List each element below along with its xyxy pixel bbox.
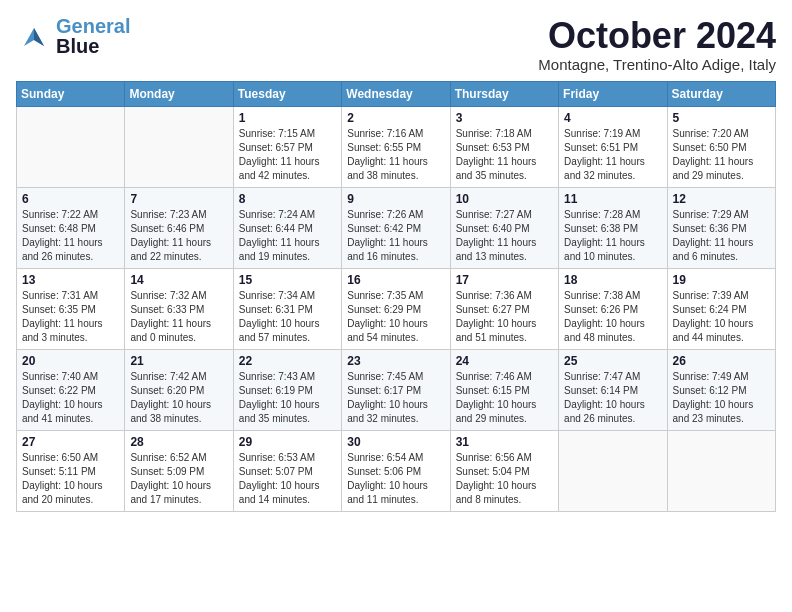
day-info: Sunrise: 7:28 AM Sunset: 6:38 PM Dayligh…	[564, 208, 661, 264]
calendar-cell: 13Sunrise: 7:31 AM Sunset: 6:35 PM Dayli…	[17, 268, 125, 349]
calendar-cell: 5Sunrise: 7:20 AM Sunset: 6:50 PM Daylig…	[667, 106, 775, 187]
day-info: Sunrise: 7:22 AM Sunset: 6:48 PM Dayligh…	[22, 208, 119, 264]
weekday-header-wednesday: Wednesday	[342, 81, 450, 106]
day-number: 21	[130, 354, 227, 368]
day-info: Sunrise: 7:26 AM Sunset: 6:42 PM Dayligh…	[347, 208, 444, 264]
calendar-cell: 4Sunrise: 7:19 AM Sunset: 6:51 PM Daylig…	[559, 106, 667, 187]
day-info: Sunrise: 7:46 AM Sunset: 6:15 PM Dayligh…	[456, 370, 553, 426]
day-number: 11	[564, 192, 661, 206]
day-number: 4	[564, 111, 661, 125]
day-info: Sunrise: 7:27 AM Sunset: 6:40 PM Dayligh…	[456, 208, 553, 264]
day-number: 2	[347, 111, 444, 125]
day-number: 23	[347, 354, 444, 368]
calendar-cell	[667, 430, 775, 511]
calendar-cell: 24Sunrise: 7:46 AM Sunset: 6:15 PM Dayli…	[450, 349, 558, 430]
day-number: 12	[673, 192, 770, 206]
day-number: 18	[564, 273, 661, 287]
weekday-header-sunday: Sunday	[17, 81, 125, 106]
day-info: Sunrise: 7:20 AM Sunset: 6:50 PM Dayligh…	[673, 127, 770, 183]
day-number: 20	[22, 354, 119, 368]
calendar-cell	[559, 430, 667, 511]
day-info: Sunrise: 7:40 AM Sunset: 6:22 PM Dayligh…	[22, 370, 119, 426]
day-number: 13	[22, 273, 119, 287]
day-number: 22	[239, 354, 336, 368]
day-info: Sunrise: 7:15 AM Sunset: 6:57 PM Dayligh…	[239, 127, 336, 183]
logo: GeneralBlue	[16, 16, 130, 56]
weekday-header-row: SundayMondayTuesdayWednesdayThursdayFrid…	[17, 81, 776, 106]
general-blue-logo-icon	[16, 18, 52, 54]
day-info: Sunrise: 7:16 AM Sunset: 6:55 PM Dayligh…	[347, 127, 444, 183]
day-number: 24	[456, 354, 553, 368]
weekday-header-friday: Friday	[559, 81, 667, 106]
day-info: Sunrise: 7:24 AM Sunset: 6:44 PM Dayligh…	[239, 208, 336, 264]
calendar-cell: 14Sunrise: 7:32 AM Sunset: 6:33 PM Dayli…	[125, 268, 233, 349]
day-number: 15	[239, 273, 336, 287]
calendar-cell: 18Sunrise: 7:38 AM Sunset: 6:26 PM Dayli…	[559, 268, 667, 349]
day-info: Sunrise: 7:19 AM Sunset: 6:51 PM Dayligh…	[564, 127, 661, 183]
calendar-cell: 23Sunrise: 7:45 AM Sunset: 6:17 PM Dayli…	[342, 349, 450, 430]
logo-text: GeneralBlue	[56, 16, 130, 56]
calendar-cell: 31Sunrise: 6:56 AM Sunset: 5:04 PM Dayli…	[450, 430, 558, 511]
calendar-cell: 7Sunrise: 7:23 AM Sunset: 6:46 PM Daylig…	[125, 187, 233, 268]
day-number: 26	[673, 354, 770, 368]
calendar-cell: 27Sunrise: 6:50 AM Sunset: 5:11 PM Dayli…	[17, 430, 125, 511]
day-number: 29	[239, 435, 336, 449]
day-number: 7	[130, 192, 227, 206]
day-info: Sunrise: 7:18 AM Sunset: 6:53 PM Dayligh…	[456, 127, 553, 183]
day-info: Sunrise: 7:39 AM Sunset: 6:24 PM Dayligh…	[673, 289, 770, 345]
week-row-1: 1Sunrise: 7:15 AM Sunset: 6:57 PM Daylig…	[17, 106, 776, 187]
week-row-4: 20Sunrise: 7:40 AM Sunset: 6:22 PM Dayli…	[17, 349, 776, 430]
calendar-cell: 17Sunrise: 7:36 AM Sunset: 6:27 PM Dayli…	[450, 268, 558, 349]
week-row-2: 6Sunrise: 7:22 AM Sunset: 6:48 PM Daylig…	[17, 187, 776, 268]
calendar-cell	[125, 106, 233, 187]
weekday-header-monday: Monday	[125, 81, 233, 106]
day-info: Sunrise: 7:49 AM Sunset: 6:12 PM Dayligh…	[673, 370, 770, 426]
day-info: Sunrise: 7:45 AM Sunset: 6:17 PM Dayligh…	[347, 370, 444, 426]
day-info: Sunrise: 6:50 AM Sunset: 5:11 PM Dayligh…	[22, 451, 119, 507]
weekday-header-thursday: Thursday	[450, 81, 558, 106]
calendar-cell: 3Sunrise: 7:18 AM Sunset: 6:53 PM Daylig…	[450, 106, 558, 187]
day-info: Sunrise: 6:53 AM Sunset: 5:07 PM Dayligh…	[239, 451, 336, 507]
calendar-cell: 25Sunrise: 7:47 AM Sunset: 6:14 PM Dayli…	[559, 349, 667, 430]
svg-marker-1	[34, 28, 44, 46]
calendar-cell: 19Sunrise: 7:39 AM Sunset: 6:24 PM Dayli…	[667, 268, 775, 349]
weekday-header-tuesday: Tuesday	[233, 81, 341, 106]
calendar-cell: 29Sunrise: 6:53 AM Sunset: 5:07 PM Dayli…	[233, 430, 341, 511]
day-info: Sunrise: 7:38 AM Sunset: 6:26 PM Dayligh…	[564, 289, 661, 345]
day-number: 3	[456, 111, 553, 125]
day-info: Sunrise: 7:23 AM Sunset: 6:46 PM Dayligh…	[130, 208, 227, 264]
calendar-cell: 16Sunrise: 7:35 AM Sunset: 6:29 PM Dayli…	[342, 268, 450, 349]
calendar-cell: 22Sunrise: 7:43 AM Sunset: 6:19 PM Dayli…	[233, 349, 341, 430]
weekday-header-saturday: Saturday	[667, 81, 775, 106]
day-info: Sunrise: 7:42 AM Sunset: 6:20 PM Dayligh…	[130, 370, 227, 426]
day-info: Sunrise: 6:52 AM Sunset: 5:09 PM Dayligh…	[130, 451, 227, 507]
day-number: 17	[456, 273, 553, 287]
calendar-table: SundayMondayTuesdayWednesdayThursdayFrid…	[16, 81, 776, 512]
day-number: 6	[22, 192, 119, 206]
title-block: October 2024 Montagne, Trentino-Alto Adi…	[538, 16, 776, 73]
calendar-cell: 10Sunrise: 7:27 AM Sunset: 6:40 PM Dayli…	[450, 187, 558, 268]
day-info: Sunrise: 6:54 AM Sunset: 5:06 PM Dayligh…	[347, 451, 444, 507]
week-row-3: 13Sunrise: 7:31 AM Sunset: 6:35 PM Dayli…	[17, 268, 776, 349]
page-header: GeneralBlue October 2024 Montagne, Trent…	[16, 16, 776, 73]
calendar-cell: 8Sunrise: 7:24 AM Sunset: 6:44 PM Daylig…	[233, 187, 341, 268]
day-info: Sunrise: 7:31 AM Sunset: 6:35 PM Dayligh…	[22, 289, 119, 345]
calendar-cell: 30Sunrise: 6:54 AM Sunset: 5:06 PM Dayli…	[342, 430, 450, 511]
day-number: 1	[239, 111, 336, 125]
calendar-cell: 15Sunrise: 7:34 AM Sunset: 6:31 PM Dayli…	[233, 268, 341, 349]
day-number: 9	[347, 192, 444, 206]
calendar-cell: 26Sunrise: 7:49 AM Sunset: 6:12 PM Dayli…	[667, 349, 775, 430]
day-info: Sunrise: 7:43 AM Sunset: 6:19 PM Dayligh…	[239, 370, 336, 426]
location-title: Montagne, Trentino-Alto Adige, Italy	[538, 56, 776, 73]
calendar-cell: 28Sunrise: 6:52 AM Sunset: 5:09 PM Dayli…	[125, 430, 233, 511]
day-number: 30	[347, 435, 444, 449]
calendar-cell: 1Sunrise: 7:15 AM Sunset: 6:57 PM Daylig…	[233, 106, 341, 187]
day-number: 19	[673, 273, 770, 287]
calendar-cell: 12Sunrise: 7:29 AM Sunset: 6:36 PM Dayli…	[667, 187, 775, 268]
day-info: Sunrise: 7:47 AM Sunset: 6:14 PM Dayligh…	[564, 370, 661, 426]
day-info: Sunrise: 7:34 AM Sunset: 6:31 PM Dayligh…	[239, 289, 336, 345]
day-number: 10	[456, 192, 553, 206]
calendar-cell: 11Sunrise: 7:28 AM Sunset: 6:38 PM Dayli…	[559, 187, 667, 268]
day-info: Sunrise: 7:29 AM Sunset: 6:36 PM Dayligh…	[673, 208, 770, 264]
calendar-cell: 6Sunrise: 7:22 AM Sunset: 6:48 PM Daylig…	[17, 187, 125, 268]
